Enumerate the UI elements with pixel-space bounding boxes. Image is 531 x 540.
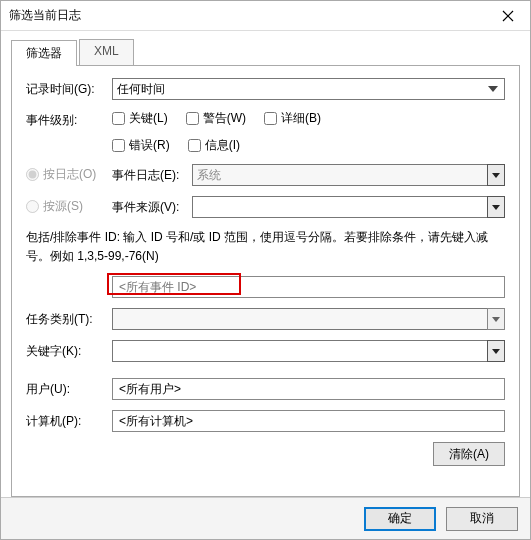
event-source-combo-button[interactable] [487, 196, 505, 218]
level-information-check[interactable]: 信息(I) [188, 137, 240, 154]
tab-strip: 筛选器 XML [11, 39, 520, 66]
event-source-label: 事件来源(V): [112, 199, 192, 216]
ok-button[interactable]: 确定 [364, 507, 436, 531]
titlebar: 筛选当前日志 [1, 1, 530, 31]
close-icon [502, 10, 514, 22]
level-error-label: 错误(R) [129, 137, 170, 154]
level-information-label: 信息(I) [205, 137, 240, 154]
include-exclude-help: 包括/排除事件 ID: 输入 ID 号和/或 ID 范围，使用逗号分隔。若要排除… [26, 228, 505, 266]
filter-dialog: 筛选当前日志 筛选器 XML 记录时间(G): 任何时间 事件级别: [0, 0, 531, 540]
tab-xml[interactable]: XML [79, 39, 134, 65]
logged-label: 记录时间(G): [26, 81, 112, 98]
logged-combo[interactable]: 任何时间 [112, 78, 505, 100]
keywords-combo[interactable] [112, 340, 487, 362]
tab-filter[interactable]: 筛选器 [11, 40, 77, 66]
event-source-combo[interactable] [192, 196, 487, 218]
tab-panel-filter: 记录时间(G): 任何时间 事件级别: 关键(L) [11, 66, 520, 497]
event-log-combo[interactable] [192, 164, 487, 186]
level-verbose-check[interactable]: 详细(B) [264, 110, 321, 127]
level-warning-box[interactable] [186, 112, 199, 125]
by-log-label: 按日志(O) [43, 166, 96, 183]
keywords-combo-button[interactable] [487, 340, 505, 362]
task-category-label: 任务类别(T): [26, 311, 112, 328]
close-button[interactable] [486, 1, 530, 31]
by-source-radio: 按源(S) [26, 198, 83, 215]
level-critical-label: 关键(L) [129, 110, 168, 127]
level-information-box[interactable] [188, 139, 201, 152]
dialog-body: 筛选器 XML 记录时间(G): 任何时间 事件级别: 关键(L) [1, 31, 530, 497]
by-source-label: 按源(S) [43, 198, 83, 215]
cancel-button[interactable]: 取消 [446, 507, 518, 531]
clear-button[interactable]: 清除(A) [433, 442, 505, 466]
by-log-radio-input [26, 168, 39, 181]
window-title: 筛选当前日志 [9, 7, 81, 24]
event-log-label: 事件日志(E): [112, 167, 192, 184]
level-critical-check[interactable]: 关键(L) [112, 110, 168, 127]
user-input[interactable] [112, 378, 505, 400]
level-warning-check[interactable]: 警告(W) [186, 110, 246, 127]
level-warning-label: 警告(W) [203, 110, 246, 127]
computer-input[interactable] [112, 410, 505, 432]
level-error-box[interactable] [112, 139, 125, 152]
keywords-label: 关键字(K): [26, 343, 112, 360]
dialog-footer: 确定 取消 [1, 497, 530, 539]
level-verbose-box[interactable] [264, 112, 277, 125]
event-log-combo-button[interactable] [487, 164, 505, 186]
event-id-input[interactable] [112, 276, 505, 298]
event-level-label: 事件级别: [26, 110, 112, 129]
task-category-combo-button [487, 308, 505, 330]
user-label: 用户(U): [26, 381, 112, 398]
level-critical-box[interactable] [112, 112, 125, 125]
task-category-combo [112, 308, 487, 330]
level-verbose-label: 详细(B) [281, 110, 321, 127]
level-error-check[interactable]: 错误(R) [112, 137, 170, 154]
by-log-radio: 按日志(O) [26, 166, 96, 183]
computer-label: 计算机(P): [26, 413, 112, 430]
by-source-radio-input [26, 200, 39, 213]
